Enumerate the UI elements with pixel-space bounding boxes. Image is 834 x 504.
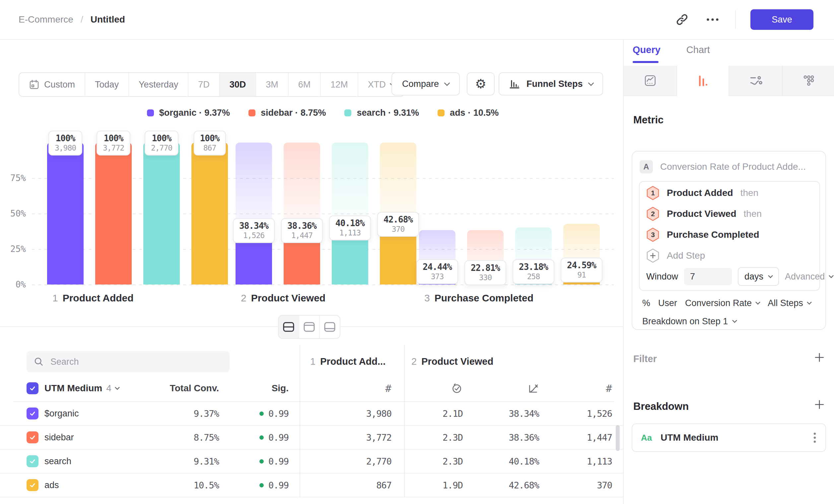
add-breakdown-button[interactable] xyxy=(812,397,827,412)
insights-report-tab[interactable] xyxy=(624,66,676,96)
funnel-bar[interactable] xyxy=(95,143,132,284)
table-row[interactable]: ads10.5%0.998671.9D42.68%370 xyxy=(0,474,623,497)
window-unit-select[interactable]: days xyxy=(738,267,779,286)
significance-value: 0.99 xyxy=(268,432,289,443)
significance-dot xyxy=(259,412,264,416)
bar-label-card: 40.18%1,113 xyxy=(329,215,371,240)
row-checkbox[interactable] xyxy=(26,431,39,443)
breadcrumb-page-title[interactable]: Untitled xyxy=(91,14,125,25)
layout-table-only-toggle[interactable] xyxy=(320,316,340,338)
step-axis-label: 3Purchase Completed xyxy=(424,293,533,304)
sig-label: Sig. xyxy=(272,383,289,394)
bar-conversion-pct: 100% xyxy=(103,133,124,143)
funnel-step-row[interactable]: 1Product Addedthen xyxy=(640,182,819,203)
select-all-cell xyxy=(26,375,39,401)
table-row[interactable]: sidebar8.75%0.993,7722.3D38.36%1,447 xyxy=(0,426,623,450)
y-axis-tick: 50% xyxy=(0,209,26,219)
bar-conversion-pct: 100% xyxy=(200,133,220,143)
top-header: E-Commerce / Untitled Save xyxy=(0,0,834,40)
funnel-step-row[interactable]: 2Product Viewedthen xyxy=(640,203,819,224)
total-conv-header[interactable]: Total Conv. xyxy=(139,375,219,401)
add-step-label: Add Step xyxy=(667,250,705,261)
bar-count: 1,447 xyxy=(287,231,316,240)
layout-split-toggle[interactable] xyxy=(279,316,299,338)
conversion-window-row: Window days Advanced xyxy=(640,266,819,287)
breakdown-property-card[interactable]: Aa UTM Medium xyxy=(632,423,826,452)
bar-label-card: 100%3,980 xyxy=(48,131,82,156)
bar-count: 867 xyxy=(200,143,220,153)
percent-symbol: % xyxy=(642,298,650,308)
breakdown-property-name: UTM Medium xyxy=(660,432,718,443)
row-step2-count: 1,447 xyxy=(547,426,612,449)
funnel-bar[interactable] xyxy=(47,143,84,284)
search-input[interactable] xyxy=(50,357,210,367)
significance-value: 0.99 xyxy=(268,409,289,419)
row-step2-time: 1.9D xyxy=(411,474,463,497)
row-checkbox-cell xyxy=(26,474,39,497)
steps-scope-select[interactable]: All Steps xyxy=(768,298,811,308)
flows-report-tab[interactable] xyxy=(729,66,782,96)
metric-title: Conversion Rate of Product Adde... xyxy=(660,161,806,172)
row-name: sidebar xyxy=(44,426,74,449)
row-checkbox[interactable] xyxy=(26,408,39,419)
window-unit-value: days xyxy=(744,272,763,282)
step2-rate-header[interactable] xyxy=(471,375,539,401)
step1-count-header[interactable]: # xyxy=(305,375,392,401)
step-number: 1 xyxy=(52,293,58,303)
row-step2-rate: 42.68% xyxy=(471,474,539,497)
breadcrumb-separator: / xyxy=(81,14,83,25)
chevron-down-icon xyxy=(732,318,738,323)
advanced-toggle[interactable]: Advanced xyxy=(785,272,833,282)
funnel-step-row[interactable]: 3Purchase Completed xyxy=(640,224,819,245)
counting-method[interactable]: User xyxy=(658,298,677,308)
save-button[interactable]: Save xyxy=(750,9,813,30)
count-icon: # xyxy=(385,382,392,394)
sig-header[interactable]: Sig. xyxy=(232,375,289,401)
row-name: $organic xyxy=(44,402,79,425)
window-value-input[interactable] xyxy=(684,268,732,285)
select-all-checkbox[interactable] xyxy=(26,382,39,394)
breadcrumb-section[interactable]: E-Commerce xyxy=(19,14,73,25)
svg-text:3: 3 xyxy=(651,231,655,238)
time-to-convert-icon xyxy=(451,382,463,394)
funnel-bar[interactable] xyxy=(192,143,228,284)
breakdown-options-button[interactable] xyxy=(813,431,817,444)
funnels-report-tab[interactable] xyxy=(676,66,729,96)
table-search[interactable] xyxy=(26,351,229,372)
add-step-icon xyxy=(646,248,659,263)
top-view-icon xyxy=(304,322,315,332)
row-step2-rate: 38.34% xyxy=(471,402,539,425)
bar-count: 2,770 xyxy=(151,143,172,153)
step2-time-header[interactable] xyxy=(411,375,463,401)
column-divider xyxy=(300,345,300,497)
table-row[interactable]: search9.31%0.992,7702.3D40.18%1,113 xyxy=(0,450,623,474)
bar-ghost xyxy=(284,143,320,230)
add-filter-button[interactable] xyxy=(812,350,827,365)
breakdown-column-header[interactable]: UTM Medium 4 xyxy=(44,375,119,401)
add-step-row[interactable]: Add Step xyxy=(640,245,819,266)
table-row[interactable]: $organic9.37%0.993,9802.1D38.34%1,526 xyxy=(0,402,623,426)
tab-chart[interactable]: Chart xyxy=(686,44,710,55)
row-step1-count: 3,980 xyxy=(305,402,392,425)
row-checkbox[interactable] xyxy=(26,479,39,491)
layout-chart-only-toggle[interactable] xyxy=(299,316,320,338)
row-total-conv: 8.75% xyxy=(139,426,219,449)
measurement-type-select[interactable]: Conversion Rate xyxy=(685,298,760,308)
active-tab-underline xyxy=(633,61,659,63)
kebab-icon xyxy=(813,431,817,444)
copy-link-button[interactable] xyxy=(674,12,690,27)
window-label: Window xyxy=(646,272,678,282)
step-number: 1 xyxy=(310,356,315,367)
step2-count-header[interactable]: # xyxy=(547,375,612,401)
metric-summary[interactable]: A Conversion Rate of Product Adde... xyxy=(640,160,806,174)
row-checkbox[interactable] xyxy=(26,455,39,467)
y-axis-tick: 0% xyxy=(0,279,26,290)
more-menu-button[interactable] xyxy=(705,12,721,27)
breakdown-on-step-select[interactable]: Breakdown on Step 1 xyxy=(642,315,737,328)
row-checkbox-cell xyxy=(26,402,39,425)
tab-query[interactable]: Query xyxy=(633,44,660,55)
table-scrollbar[interactable] xyxy=(616,425,620,451)
step-number-badge: 2 xyxy=(646,207,659,221)
retention-report-tab[interactable] xyxy=(782,66,834,96)
funnel-bar[interactable] xyxy=(143,143,180,284)
